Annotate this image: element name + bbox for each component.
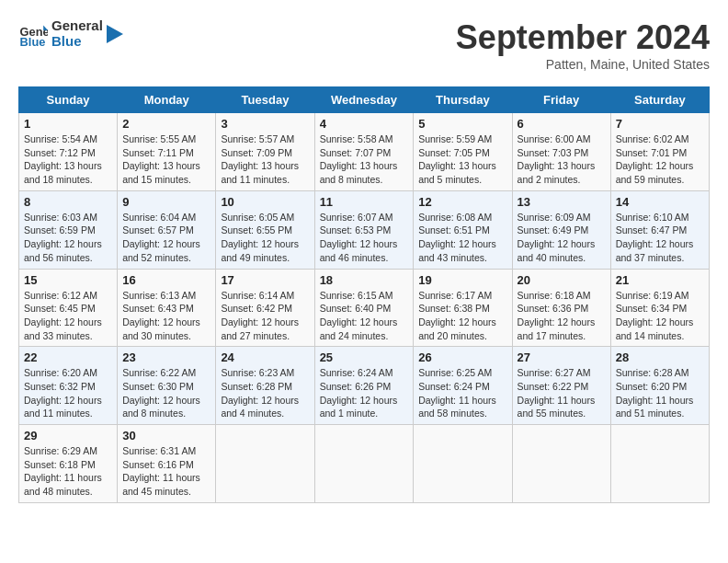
day-number: 12 [418, 195, 506, 209]
day-number: 4 [320, 117, 409, 131]
day-cell [314, 425, 414, 503]
weekday-header-row: SundayMondayTuesdayWednesdayThursdayFrid… [19, 87, 710, 113]
day-detail: Sunrise: 5:55 AMSunset: 7:11 PMDaylight:… [122, 132, 210, 187]
day-number: 18 [320, 273, 409, 287]
weekday-header-tuesday: Tuesday [216, 87, 314, 113]
day-cell: 17Sunrise: 6:14 AMSunset: 6:42 PMDayligh… [216, 269, 314, 347]
day-detail: Sunrise: 6:12 AMSunset: 6:45 PMDaylight:… [24, 289, 112, 343]
day-cell: 24Sunrise: 6:23 AMSunset: 6:28 PMDayligh… [216, 347, 314, 425]
day-detail: Sunrise: 6:25 AMSunset: 6:24 PMDaylight:… [418, 366, 506, 420]
day-number: 1 [24, 117, 112, 131]
day-cell: 25Sunrise: 6:24 AMSunset: 6:26 PMDayligh… [314, 347, 414, 425]
day-detail: Sunrise: 6:04 AMSunset: 6:57 PMDaylight:… [122, 211, 210, 265]
day-number: 21 [616, 273, 704, 287]
day-cell: 12Sunrise: 6:08 AMSunset: 6:51 PMDayligh… [414, 190, 512, 269]
day-number: 28 [616, 350, 704, 364]
weekday-header-saturday: Saturday [610, 87, 709, 113]
day-detail: Sunrise: 6:20 AMSunset: 6:32 PMDaylight:… [24, 366, 112, 420]
day-detail: Sunrise: 6:17 AMSunset: 6:38 PMDaylight:… [418, 289, 506, 343]
day-detail: Sunrise: 6:08 AMSunset: 6:51 PMDaylight:… [418, 211, 506, 265]
day-number: 10 [221, 195, 309, 209]
day-detail: Sunrise: 6:22 AMSunset: 6:30 PMDaylight:… [122, 366, 210, 420]
day-cell [216, 425, 314, 503]
day-detail: Sunrise: 5:54 AMSunset: 7:12 PMDaylight:… [24, 132, 112, 187]
day-number: 2 [122, 117, 210, 131]
day-number: 16 [122, 273, 210, 287]
day-detail: Sunrise: 6:23 AMSunset: 6:28 PMDaylight:… [221, 366, 309, 420]
day-cell: 2Sunrise: 5:55 AMSunset: 7:11 PMDaylight… [118, 113, 216, 191]
day-cell: 5Sunrise: 5:59 AMSunset: 7:05 PMDaylight… [414, 113, 512, 191]
day-detail: Sunrise: 5:58 AMSunset: 7:07 PMDaylight:… [320, 132, 409, 187]
day-number: 25 [320, 350, 409, 364]
week-row-2: 8Sunrise: 6:03 AMSunset: 6:59 PMDaylight… [19, 190, 710, 269]
week-row-5: 29Sunrise: 6:29 AMSunset: 6:18 PMDayligh… [19, 425, 710, 503]
day-number: 29 [24, 429, 112, 442]
day-number: 24 [221, 350, 309, 364]
calendar-table: SundayMondayTuesdayWednesdayThursdayFrid… [18, 86, 710, 503]
weekday-header-thursday: Thursday [414, 87, 512, 113]
day-cell: 30Sunrise: 6:31 AMSunset: 6:16 PMDayligh… [118, 425, 216, 503]
weekday-header-friday: Friday [512, 87, 610, 113]
title-block: September 2024 Patten, Maine, United Sta… [456, 18, 710, 72]
calendar-body: 1Sunrise: 5:54 AMSunset: 7:12 PMDaylight… [19, 113, 710, 503]
day-cell: 14Sunrise: 6:10 AMSunset: 6:47 PMDayligh… [610, 190, 709, 269]
week-row-3: 15Sunrise: 6:12 AMSunset: 6:45 PMDayligh… [19, 269, 710, 347]
day-cell: 21Sunrise: 6:19 AMSunset: 6:34 PMDayligh… [610, 269, 709, 347]
day-detail: Sunrise: 6:09 AMSunset: 6:49 PMDaylight:… [518, 211, 606, 265]
day-cell: 15Sunrise: 6:12 AMSunset: 6:45 PMDayligh… [19, 269, 118, 347]
day-cell: 7Sunrise: 6:02 AMSunset: 7:01 PMDaylight… [610, 113, 709, 191]
day-detail: Sunrise: 6:19 AMSunset: 6:34 PMDaylight:… [616, 289, 704, 343]
day-detail: Sunrise: 6:29 AMSunset: 6:18 PMDaylight:… [24, 444, 112, 499]
day-detail: Sunrise: 6:13 AMSunset: 6:43 PMDaylight:… [122, 289, 210, 343]
weekday-header-monday: Monday [118, 87, 216, 113]
day-detail: Sunrise: 6:27 AMSunset: 6:22 PMDaylight:… [518, 366, 606, 420]
day-detail: Sunrise: 6:07 AMSunset: 6:53 PMDaylight:… [320, 211, 409, 265]
day-cell: 19Sunrise: 6:17 AMSunset: 6:38 PMDayligh… [414, 269, 512, 347]
logo: General Blue General Blue [18, 18, 123, 49]
day-detail: Sunrise: 6:05 AMSunset: 6:55 PMDaylight:… [221, 211, 309, 265]
day-detail: Sunrise: 6:15 AMSunset: 6:40 PMDaylight:… [320, 289, 409, 343]
day-number: 30 [122, 429, 210, 442]
day-detail: Sunrise: 5:59 AMSunset: 7:05 PMDaylight:… [418, 132, 506, 187]
day-number: 3 [221, 117, 309, 131]
day-cell: 29Sunrise: 6:29 AMSunset: 6:18 PMDayligh… [19, 425, 118, 503]
day-number: 19 [418, 273, 506, 287]
day-detail: Sunrise: 6:14 AMSunset: 6:42 PMDaylight:… [221, 289, 309, 343]
day-detail: Sunrise: 6:02 AMSunset: 7:01 PMDaylight:… [616, 132, 704, 187]
day-cell: 4Sunrise: 5:58 AMSunset: 7:07 PMDaylight… [314, 113, 414, 191]
day-detail: Sunrise: 6:18 AMSunset: 6:36 PMDaylight:… [518, 289, 606, 343]
day-detail: Sunrise: 6:10 AMSunset: 6:47 PMDaylight:… [616, 211, 704, 265]
day-number: 13 [518, 195, 606, 209]
day-cell: 6Sunrise: 6:00 AMSunset: 7:03 PMDaylight… [512, 113, 610, 191]
day-detail: Sunrise: 6:28 AMSunset: 6:20 PMDaylight:… [616, 366, 704, 420]
month-title: September 2024 [456, 18, 710, 57]
day-detail: Sunrise: 6:00 AMSunset: 7:03 PMDaylight:… [518, 132, 606, 187]
week-row-1: 1Sunrise: 5:54 AMSunset: 7:12 PMDaylight… [19, 113, 710, 191]
day-number: 22 [24, 350, 112, 364]
day-detail: Sunrise: 6:03 AMSunset: 6:59 PMDaylight:… [24, 211, 112, 265]
day-number: 5 [418, 117, 506, 131]
day-number: 26 [418, 350, 506, 364]
location: Patten, Maine, United States [456, 57, 710, 72]
day-cell [610, 425, 709, 503]
logo-icon: General Blue [18, 19, 48, 49]
day-cell: 18Sunrise: 6:15 AMSunset: 6:40 PMDayligh… [314, 269, 414, 347]
day-cell: 27Sunrise: 6:27 AMSunset: 6:22 PMDayligh… [512, 347, 610, 425]
svg-marker-3 [107, 25, 123, 43]
weekday-header-sunday: Sunday [19, 87, 118, 113]
page-header: General Blue General Blue September 2024… [18, 18, 710, 72]
day-cell: 23Sunrise: 6:22 AMSunset: 6:30 PMDayligh… [118, 347, 216, 425]
day-number: 11 [320, 195, 409, 209]
day-cell: 1Sunrise: 5:54 AMSunset: 7:12 PMDaylight… [19, 113, 118, 191]
day-cell: 11Sunrise: 6:07 AMSunset: 6:53 PMDayligh… [314, 190, 414, 269]
svg-text:Blue: Blue [20, 34, 46, 48]
logo-arrow-icon [107, 25, 123, 43]
day-number: 6 [518, 117, 606, 131]
day-cell: 8Sunrise: 6:03 AMSunset: 6:59 PMDaylight… [19, 190, 118, 269]
day-number: 17 [221, 273, 309, 287]
day-number: 14 [616, 195, 704, 209]
day-detail: Sunrise: 6:24 AMSunset: 6:26 PMDaylight:… [320, 366, 409, 420]
day-cell [512, 425, 610, 503]
day-cell: 20Sunrise: 6:18 AMSunset: 6:36 PMDayligh… [512, 269, 610, 347]
day-cell: 28Sunrise: 6:28 AMSunset: 6:20 PMDayligh… [610, 347, 709, 425]
